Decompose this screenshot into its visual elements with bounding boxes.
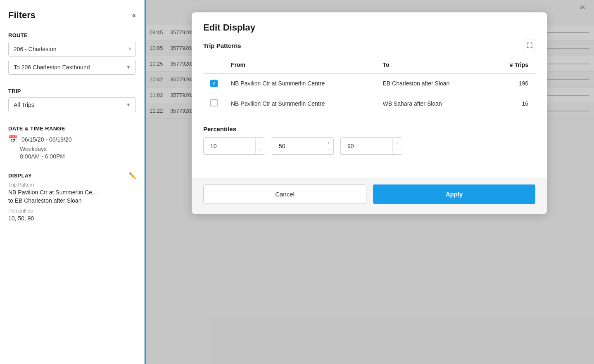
row1-checkbox[interactable] xyxy=(210,80,218,87)
row2-checkbox-cell xyxy=(204,93,225,114)
percentile-box-1: 10 + − xyxy=(203,137,265,155)
col-header-from: From xyxy=(224,57,376,74)
percentile-value-2: 50 xyxy=(272,138,324,154)
direction-select[interactable]: To 206 Charleston Eastbound From 206 Cha… xyxy=(8,60,136,75)
table-row: NB Pavilion Ctr at Summerlin Centre WB S… xyxy=(204,93,535,114)
col-header-trips: # Trips xyxy=(489,57,535,74)
percentiles-section: Percentiles 10 + − 50 xyxy=(203,125,535,155)
route-input[interactable] xyxy=(8,42,136,57)
row2-trips: 16 xyxy=(489,93,535,114)
trip-pattern-value: NB Pavilion Ctr at Summerlin Ce...to EB … xyxy=(8,189,136,205)
route-section: Route × To 206 Charleston Eastbound From… xyxy=(8,31,136,78)
percentiles-label: Percentiles xyxy=(203,125,236,132)
percentile-box-3: 90 + − xyxy=(340,137,402,155)
route-label: Route xyxy=(8,32,136,38)
days-text: Weekdays xyxy=(20,146,136,152)
percentile-2-decrement[interactable]: − xyxy=(328,147,330,152)
percentile-stepper-2: + − xyxy=(324,139,333,154)
table-row: NB Pavilion Ctr at Summerlin Centre EB C… xyxy=(204,73,535,93)
row1-checkbox-cell xyxy=(204,73,225,93)
percentile-3-decrement[interactable]: − xyxy=(396,147,399,152)
route-input-wrapper: × xyxy=(8,42,136,57)
date-section: Date & Time Range 📅 06/15/20 - 06/19/20 … xyxy=(8,124,136,161)
percentile-inputs: 10 + − 50 + − xyxy=(203,137,535,155)
modal-overlay: Edit Display Trip Patterns xyxy=(145,0,594,364)
trip-pattern-sub-label: Trip Pattern xyxy=(8,182,136,188)
date-range-row: 📅 06/15/20 - 06/19/20 xyxy=(8,135,136,144)
percentiles-section-title: Percentiles xyxy=(203,125,535,132)
sidebar-title: Filters xyxy=(8,10,36,21)
percentile-stepper-3: + − xyxy=(392,139,402,154)
time-range-text: 8:00AM - 6:00PM xyxy=(20,153,136,160)
display-label: Display xyxy=(8,173,32,179)
cancel-button[interactable]: Cancel xyxy=(203,184,366,204)
modal-footer: Cancel Apply xyxy=(192,178,547,214)
col-header-to: To xyxy=(376,57,490,74)
modal-body: Trip Patterns From To # Trips xyxy=(192,40,547,178)
display-section: Display ✏️ Trip Pattern NB Pavilion Ctr … xyxy=(8,172,136,226)
date-range-text: 06/15/20 - 06/19/20 xyxy=(21,136,71,143)
main-content: tile 09:45 357792025 10:05 357792024 10:… xyxy=(145,0,594,364)
modal-title: Edit Display xyxy=(203,22,535,33)
trip-section: Trip All Trips ▼ xyxy=(8,86,136,116)
sidebar: Filters « Route × To 206 Charleston East… xyxy=(0,0,145,364)
trip-patterns-table: From To # Trips NB Pavilion Ctr at Summe… xyxy=(203,56,535,114)
percentile-stepper-1: + − xyxy=(255,139,265,154)
route-clear-icon[interactable]: × xyxy=(128,45,132,53)
trip-patterns-label: Trip Patterns xyxy=(203,42,241,49)
col-header-checkbox xyxy=(204,57,225,74)
apply-button[interactable]: Apply xyxy=(373,184,535,204)
date-label: Date & Time Range xyxy=(8,125,136,132)
percentile-1-increment[interactable]: + xyxy=(259,140,261,146)
percentile-box-2: 50 + − xyxy=(272,137,334,155)
trip-table-header: From To # Trips xyxy=(204,57,535,74)
percentile-3-increment[interactable]: + xyxy=(396,140,399,146)
percentile-1-decrement[interactable]: − xyxy=(259,147,261,152)
percentile-value-3: 90 xyxy=(341,138,392,154)
calendar-icon: 📅 xyxy=(8,135,17,144)
row1-to: EB Charleston after Sloan xyxy=(376,73,490,93)
display-header: Display ✏️ xyxy=(8,172,136,179)
sidebar-header: Filters « xyxy=(8,10,136,21)
trip-select-wrapper: All Trips ▼ xyxy=(8,97,136,112)
modal-header: Edit Display xyxy=(192,12,547,40)
row1-from: NB Pavilion Ctr at Summerlin Centre xyxy=(224,73,376,93)
percentiles-sub-label: Percentiles xyxy=(8,208,136,214)
trip-label: Trip xyxy=(8,88,136,94)
row2-checkbox[interactable] xyxy=(210,99,218,106)
percentile-2-increment[interactable]: + xyxy=(328,140,330,146)
trip-patterns-section-title: Trip Patterns xyxy=(203,40,535,51)
edit-display-modal: Edit Display Trip Patterns xyxy=(192,12,547,214)
row2-to: WB Sahara after Sloan xyxy=(376,93,490,114)
row2-from: NB Pavilion Ctr at Summerlin Centre xyxy=(224,93,376,114)
trip-table-body: NB Pavilion Ctr at Summerlin Centre EB C… xyxy=(204,73,535,114)
collapse-icon[interactable]: « xyxy=(132,12,136,19)
percentiles-value: 10, 50, 90 xyxy=(8,215,136,223)
edit-display-icon[interactable]: ✏️ xyxy=(129,172,136,179)
direction-select-wrapper: To 206 Charleston Eastbound From 206 Cha… xyxy=(8,60,136,75)
trip-select[interactable]: All Trips xyxy=(8,97,136,112)
row1-trips: 196 xyxy=(489,73,535,93)
percentile-value-1: 10 xyxy=(204,138,255,154)
expand-icon[interactable] xyxy=(524,40,535,51)
